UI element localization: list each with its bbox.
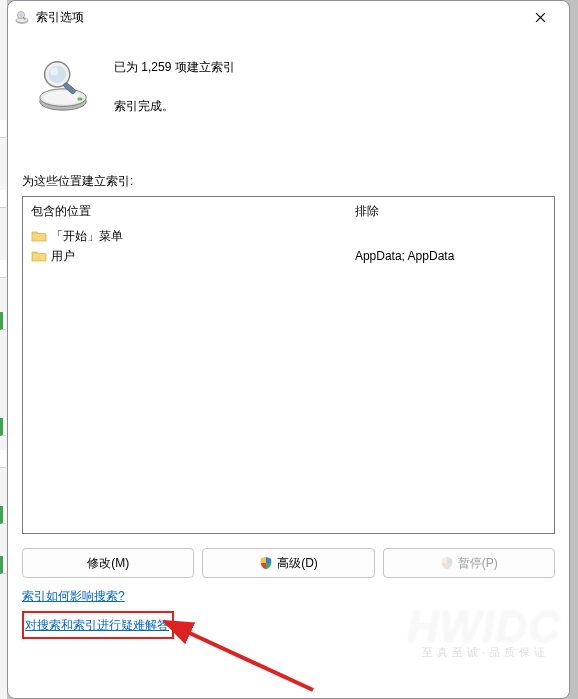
svg-rect-8 (78, 98, 83, 101)
status-block: 已为 1,259 项建立索引 索引完成。 (22, 47, 555, 133)
advanced-button[interactable]: 高级(D) (202, 548, 374, 578)
location-name: 「开始」菜单 (51, 228, 123, 245)
titlebar: 索引选项 (8, 1, 569, 33)
status-lines: 已为 1,259 项建立索引 索引完成。 (114, 53, 235, 115)
how-indexing-affects-link[interactable]: 索引如何影响搜索? (22, 588, 125, 605)
exclude-value: AppData; AppData (355, 246, 546, 266)
folder-icon (31, 248, 47, 264)
window-title: 索引选项 (36, 9, 517, 26)
links-block: 索引如何影响搜索? 对搜索和索引进行疑难解答 (22, 586, 555, 639)
modify-button[interactable]: 修改(M) (22, 548, 194, 578)
included-column: 包含的位置 「开始」菜单 用户 (23, 197, 347, 533)
indexing-options-window: 索引选项 已为 1,259 项建立索引 索引完成。 (7, 0, 570, 699)
shield-icon (259, 556, 273, 570)
indexing-complete-text: 索引完成。 (114, 98, 235, 115)
drive-search-icon (32, 53, 94, 115)
location-name: 用户 (51, 248, 75, 265)
system-icon (14, 9, 30, 25)
background-fragments (0, 0, 7, 699)
folder-icon (31, 228, 47, 244)
svg-point-3 (19, 13, 23, 17)
content-area: 已为 1,259 项建立索引 索引完成。 为这些位置建立索引: 包含的位置 「开… (8, 33, 569, 649)
troubleshoot-highlight-box: 对搜索和索引进行疑难解答 (22, 611, 174, 639)
svg-point-10 (48, 66, 65, 83)
list-item[interactable]: 「开始」菜单 (31, 226, 339, 246)
indexed-count-text: 已为 1,259 项建立索引 (114, 59, 235, 76)
shield-icon (440, 556, 454, 570)
close-button[interactable] (517, 2, 563, 32)
included-header: 包含的位置 (31, 203, 339, 220)
list-item[interactable]: 用户 (31, 246, 339, 266)
excluded-header: 排除 (355, 203, 546, 220)
excluded-column: 排除 AppData; AppData (347, 197, 554, 533)
svg-point-11 (50, 68, 58, 76)
pause-button: 暂停(P) (383, 548, 555, 578)
locations-listbox[interactable]: 包含的位置 「开始」菜单 用户 排除 AppData; AppData (22, 196, 555, 534)
pause-button-label: 暂停(P) (458, 555, 498, 572)
buttons-row: 修改(M) 高级(D) 暂停(P) (22, 548, 555, 578)
modify-button-label: 修改(M) (87, 555, 129, 572)
exclude-value (355, 226, 546, 246)
locations-section-label: 为这些位置建立索引: (22, 173, 555, 190)
troubleshoot-link[interactable]: 对搜索和索引进行疑难解答 (25, 617, 169, 634)
advanced-button-label: 高级(D) (277, 555, 318, 572)
svg-point-7 (44, 91, 83, 105)
